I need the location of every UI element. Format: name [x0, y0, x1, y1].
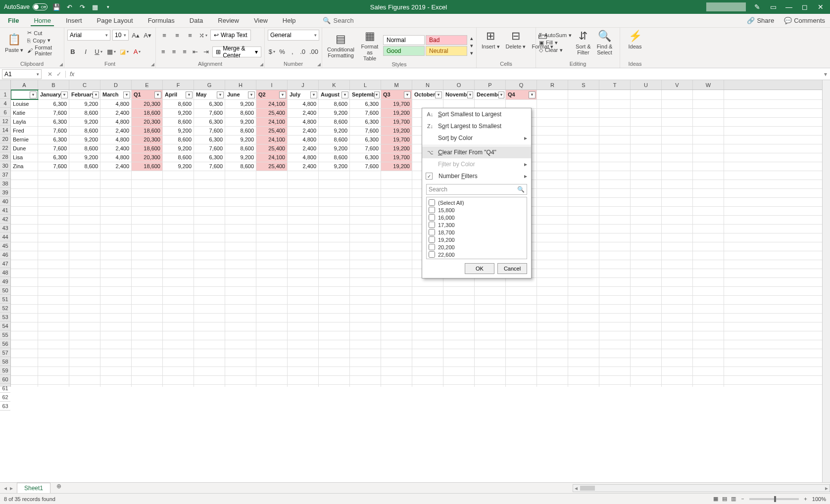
- cell[interactable]: 7,600: [194, 144, 225, 153]
- ribbon-tab-review[interactable]: Review: [215, 15, 242, 26]
- row-header[interactable]: 51: [0, 295, 10, 304]
- cell[interactable]: 19,200: [381, 144, 412, 153]
- filter-dropdown-icon[interactable]: ▾: [248, 92, 255, 98]
- column-header[interactable]: P: [475, 80, 506, 90]
- filter-option[interactable]: 22,600: [429, 251, 525, 258]
- filter-option-checkbox[interactable]: [429, 199, 435, 206]
- row-header[interactable]: 40: [0, 197, 10, 206]
- column-header[interactable]: C: [69, 80, 100, 90]
- cell[interactable]: 9,200: [319, 127, 350, 135]
- minimize-icon[interactable]: ―: [784, 3, 793, 11]
- row-headers[interactable]: 1461214202228303738394041424344454647484…: [0, 80, 11, 387]
- align-center-icon[interactable]: ≡: [170, 46, 179, 57]
- filter-header-cell[interactable]: September▾: [350, 90, 381, 99]
- row-header[interactable]: 20: [0, 135, 10, 143]
- cell[interactable]: 7,600: [350, 127, 381, 135]
- cancel-formula-icon[interactable]: ✕: [48, 71, 52, 78]
- cell-grid[interactable]: ▾January▾February▾March▾Q1▾April▾May▾Jun…: [11, 90, 830, 387]
- font-size-combo[interactable]: 10: [112, 30, 129, 41]
- increase-font-icon[interactable]: A▴: [131, 30, 141, 41]
- font-color-icon[interactable]: A: [132, 46, 143, 57]
- comma-format-icon[interactable]: ,: [288, 46, 296, 57]
- filter-dropdown-icon[interactable]: ▾: [154, 92, 161, 98]
- autosum-button[interactable]: Σ AutoSum ▾: [539, 32, 572, 39]
- cell[interactable]: 9,200: [163, 127, 194, 135]
- cell[interactable]: 7,600: [38, 144, 69, 153]
- merge-center-button[interactable]: ⊞ Merge & Center ▾: [212, 46, 261, 57]
- filter-dropdown-icon[interactable]: ▾: [310, 92, 317, 98]
- row-header[interactable]: 38: [0, 179, 10, 188]
- style-neutral[interactable]: Neutral: [426, 46, 467, 56]
- page-break-view-icon[interactable]: ▥: [731, 496, 736, 502]
- select-all-triangle[interactable]: [0, 80, 10, 90]
- column-header[interactable]: B: [38, 80, 69, 90]
- styles-scroll-up[interactable]: ▴: [470, 35, 473, 42]
- cell[interactable]: 18,600: [132, 162, 163, 171]
- cell[interactable]: 20,300: [132, 118, 163, 126]
- row-header[interactable]: 58: [0, 357, 10, 366]
- underline-icon[interactable]: U: [93, 46, 104, 57]
- format-as-table-button[interactable]: ▦Format as Table: [358, 30, 381, 61]
- cell[interactable]: Dune: [11, 144, 38, 153]
- cell[interactable]: 4,800: [100, 153, 132, 162]
- filter-dropdown-icon[interactable]: ▾: [374, 92, 380, 98]
- column-header[interactable]: R: [537, 80, 568, 90]
- cell[interactable]: 20,300: [132, 153, 163, 162]
- zoom-slider[interactable]: [749, 498, 799, 500]
- filter-option[interactable]: (Select All): [429, 199, 525, 206]
- filter-header-cell[interactable]: October▾: [412, 90, 443, 99]
- cell[interactable]: 4,800: [288, 136, 319, 144]
- column-header[interactable]: Q: [506, 80, 537, 90]
- cell[interactable]: 25,400: [256, 127, 288, 135]
- cell[interactable]: 9,200: [69, 136, 100, 144]
- cell[interactable]: 24,100: [256, 153, 288, 162]
- cell[interactable]: 4,800: [100, 136, 132, 144]
- paste-button[interactable]: 📋Paste ▾: [3, 33, 25, 53]
- cell[interactable]: 24,100: [256, 118, 288, 126]
- cell[interactable]: 8,600: [319, 136, 350, 144]
- clear-button[interactable]: ◇ Clear ▾: [539, 47, 572, 53]
- cell[interactable]: 2,400: [288, 162, 319, 171]
- filter-option-checkbox[interactable]: [429, 229, 435, 235]
- align-top-icon[interactable]: ≡: [159, 30, 170, 41]
- qat-more-icon[interactable]: ▾: [104, 3, 112, 11]
- conditional-formatting-button[interactable]: ▤Conditional Formatting: [325, 33, 356, 58]
- row-header[interactable]: 61: [0, 384, 10, 393]
- style-good[interactable]: Good: [383, 46, 425, 56]
- row-header[interactable]: 48: [0, 268, 10, 277]
- cell[interactable]: 19,200: [381, 109, 412, 117]
- cell[interactable]: 6,300: [350, 118, 381, 126]
- ribbon-tab-file[interactable]: File: [5, 15, 22, 26]
- ribbon-tab-help[interactable]: Help: [280, 15, 299, 26]
- dialog-launcher-icon[interactable]: ◢: [260, 62, 263, 67]
- filter-option-checkbox[interactable]: [429, 207, 435, 213]
- cell[interactable]: 6,300: [194, 136, 225, 144]
- cell[interactable]: 6,300: [350, 136, 381, 144]
- column-header[interactable]: L: [350, 80, 381, 90]
- column-header[interactable]: W: [693, 80, 724, 90]
- column-header[interactable]: H: [225, 80, 256, 90]
- name-box[interactable]: A1: [2, 69, 42, 79]
- cell[interactable]: 8,600: [69, 109, 100, 117]
- cell[interactable]: 6,300: [38, 118, 69, 126]
- search-box[interactable]: 🔍 Search: [323, 17, 354, 24]
- cell[interactable]: 25,400: [256, 109, 288, 117]
- row-header[interactable]: 43: [0, 224, 10, 232]
- row-header[interactable]: 53: [0, 313, 10, 321]
- filter-dropdown-icon[interactable]: ▾: [186, 92, 193, 98]
- cell[interactable]: 20,300: [132, 136, 163, 144]
- cell[interactable]: 2,400: [288, 109, 319, 117]
- filter-dropdown-icon[interactable]: ▾: [93, 92, 99, 98]
- styles-more[interactable]: ▾: [470, 50, 473, 56]
- filter-header-cell[interactable]: August▾: [319, 90, 350, 99]
- sort-filter-button[interactable]: ⇵Sort & Filter: [574, 30, 593, 55]
- delete-cells-button[interactable]: ⊟Delete ▾: [504, 30, 528, 49]
- row-header[interactable]: 42: [0, 215, 10, 224]
- cell[interactable]: 7,600: [194, 109, 225, 117]
- ribbon-tab-formulas[interactable]: Formulas: [145, 15, 178, 26]
- column-header[interactable]: A: [11, 80, 38, 90]
- row-header[interactable]: 45: [0, 241, 10, 250]
- add-sheet-button[interactable]: ⊕: [53, 483, 64, 494]
- ribbon-tab-page-layout[interactable]: Page Layout: [94, 15, 136, 26]
- sheet-nav-next-icon[interactable]: ▸: [10, 485, 13, 492]
